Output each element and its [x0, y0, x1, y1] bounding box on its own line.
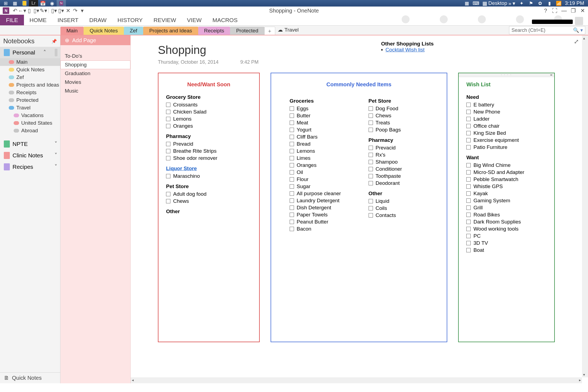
checkbox-icon[interactable] — [466, 227, 471, 231]
taskbar-app-icon[interactable]: 📒 — [20, 0, 29, 7]
checklist-item[interactable]: Wood working tools — [466, 225, 547, 232]
checklist-item[interactable]: PC — [466, 232, 547, 240]
checkbox-icon[interactable] — [290, 121, 294, 125]
notebook-section-receipts[interactable]: Receipts — [0, 89, 60, 96]
notebook-section-zef[interactable]: Zef — [0, 74, 60, 81]
checklist-item[interactable]: Kayak — [466, 190, 547, 197]
section-tab-quick-notes[interactable]: Quick Notes — [84, 27, 124, 35]
checkbox-icon[interactable] — [369, 213, 373, 218]
checklist-item[interactable]: Dog Food — [369, 105, 428, 112]
checklist-item[interactable]: Croissants — [166, 101, 252, 108]
checklist-item[interactable]: Flour — [290, 176, 350, 183]
cocktail-wish-list-link[interactable]: Cocktail Wish list — [385, 47, 425, 53]
checklist-item[interactable]: Coils — [369, 205, 428, 212]
checkbox-icon[interactable] — [369, 206, 373, 210]
help-button[interactable]: ? — [543, 8, 548, 14]
taskbar-app-icon[interactable]: ▦ — [10, 0, 20, 7]
checkbox-icon[interactable] — [166, 199, 170, 203]
qat-undo-button[interactable]: ↶ — [11, 7, 19, 14]
quick-notes-footer[interactable]: 🗎 Quick Notes — [0, 372, 60, 383]
tray-flag-icon[interactable]: ⚑ — [526, 0, 535, 7]
checklist-item[interactable]: Micro-SD and Adapter — [466, 169, 547, 176]
checkbox-icon[interactable] — [290, 156, 294, 160]
checkbox-icon[interactable] — [369, 153, 373, 157]
checkbox-icon[interactable] — [166, 142, 170, 146]
tray-icon[interactable]: ✦ — [517, 0, 526, 7]
checklist-item[interactable]: Lemons — [290, 148, 350, 155]
commonly-needed-box[interactable]: Commonly Needed Items GroceriesEggsButte… — [271, 73, 447, 342]
checklist-item[interactable]: Gaming System — [466, 197, 547, 204]
close-button[interactable]: ✕ — [580, 7, 585, 14]
notebook-section-united-states[interactable]: United States — [0, 119, 60, 127]
checklist-item[interactable]: Boat — [466, 247, 547, 254]
add-section-button[interactable]: ＋ — [264, 27, 275, 35]
page-time[interactable]: 9:42 PM — [240, 59, 259, 65]
checkbox-icon[interactable] — [369, 128, 373, 132]
checklist-item[interactable]: Office chair — [466, 122, 547, 130]
checkbox-icon[interactable] — [466, 131, 471, 135]
ribbon-tab-review[interactable]: REVIEW — [148, 15, 182, 25]
notebook-section-abroad[interactable]: Abroad — [0, 127, 60, 134]
checkbox-icon[interactable] — [369, 181, 373, 185]
tray-battery-icon[interactable]: ▮ — [545, 0, 554, 7]
checkbox-icon[interactable] — [466, 177, 471, 182]
checklist-item[interactable]: Maraschino — [166, 173, 252, 180]
page-item-movies[interactable]: Movies — [60, 78, 130, 87]
checklist-item[interactable]: Deodorant — [369, 180, 428, 187]
qat-button[interactable]: ✎▾ — [40, 7, 47, 14]
taskbar-clock[interactable]: 3:19 PM — [563, 0, 587, 6]
checklist-item[interactable]: Oil — [290, 169, 350, 176]
checkbox-icon[interactable] — [166, 174, 170, 178]
notebook-clinic-notes[interactable]: Clinic Notes˅ — [0, 150, 60, 161]
checkbox-icon[interactable] — [466, 117, 471, 121]
qat-button[interactable]: ▯▾ — [50, 7, 57, 14]
ribbon-tab-history[interactable]: HISTORY — [112, 15, 148, 25]
user-avatar[interactable] — [575, 17, 583, 25]
checkbox-icon[interactable] — [290, 149, 294, 153]
checkbox-icon[interactable] — [369, 114, 373, 118]
notebook-npte[interactable]: NPTE˅ — [0, 138, 60, 150]
section-tab-main[interactable]: Main — [60, 27, 84, 35]
pin-icon[interactable]: 📌 — [51, 39, 57, 44]
checkbox-icon[interactable] — [290, 220, 294, 224]
checkbox-icon[interactable] — [369, 160, 373, 164]
notebook-section-travel[interactable]: Travel — [0, 104, 60, 112]
checkbox-icon[interactable] — [166, 156, 170, 160]
page-item-graduation[interactable]: Graduation — [60, 69, 130, 78]
checkbox-icon[interactable] — [466, 138, 471, 142]
checklist-item[interactable]: Chews — [369, 112, 428, 119]
checklist-item[interactable]: Chicken Salad — [166, 108, 252, 115]
checkbox-icon[interactable] — [166, 117, 170, 121]
checkbox-icon[interactable] — [466, 145, 471, 149]
ribbon-tab-draw[interactable]: DRAW — [84, 15, 112, 25]
page-item-music[interactable]: Music — [60, 87, 130, 95]
minimize-button[interactable]: — — [561, 8, 567, 14]
checklist-item[interactable]: Toothpaste — [369, 173, 428, 180]
checklist-item[interactable]: Grill — [466, 204, 547, 211]
checkbox-icon[interactable] — [466, 220, 471, 224]
checklist-item[interactable]: Road Bikes — [466, 211, 547, 218]
tray-icon[interactable]: ▦ — [462, 0, 471, 7]
horizontal-scrollbar[interactable] — [131, 377, 582, 383]
checklist-item[interactable]: Prevacid — [166, 140, 252, 148]
section-tab-zef[interactable]: Zef — [124, 27, 143, 35]
checklist-item[interactable]: Contacts — [369, 212, 428, 219]
ribbon-tab-insert[interactable]: INSERT — [52, 15, 84, 25]
checkbox-icon[interactable] — [466, 206, 471, 210]
checklist-item[interactable]: Oranges — [290, 162, 350, 169]
checklist-item[interactable]: Liquid — [369, 198, 428, 205]
checkbox-icon[interactable] — [466, 163, 471, 167]
checkbox-icon[interactable] — [290, 227, 294, 231]
note-canvas[interactable]: Shopping Thursday, October 16, 2014 9:42… — [131, 35, 582, 377]
scroll-indicator[interactable] — [55, 49, 57, 56]
checkbox-icon[interactable] — [166, 124, 170, 128]
checkbox-icon[interactable] — [369, 174, 373, 178]
taskbar-app-icon[interactable]: Lr — [29, 0, 38, 7]
checklist-item[interactable]: Paper Towels — [290, 211, 350, 218]
checklist-item[interactable]: Eggs — [290, 105, 350, 112]
checkbox-icon[interactable] — [290, 114, 294, 118]
qat-redo-button[interactable]: ↷ — [72, 7, 79, 14]
ribbon-tab-macros[interactable]: MACROS — [207, 15, 243, 25]
category-heading[interactable]: Liquor Store — [166, 166, 252, 171]
checkbox-icon[interactable] — [290, 191, 294, 196]
